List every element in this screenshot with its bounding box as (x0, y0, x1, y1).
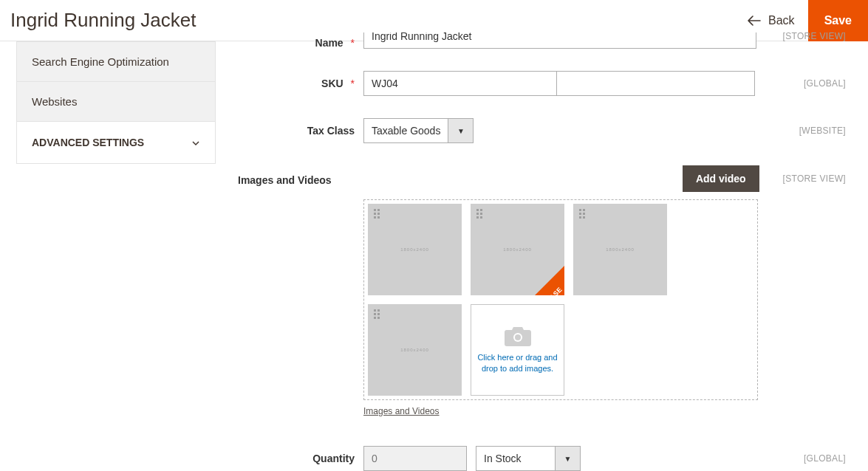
tax-class-scope: [WEBSITE] (799, 126, 846, 136)
placeholder-size: 1800x2400 (400, 348, 429, 352)
image-thumb[interactable]: 1800x2400 (573, 204, 667, 295)
svg-rect-2 (374, 213, 376, 215)
svg-rect-23 (377, 317, 380, 319)
tax-class-value: Taxable Goods (372, 125, 440, 137)
image-thumb[interactable]: 1800x2400 (368, 304, 462, 396)
back-button[interactable]: Back (748, 13, 795, 28)
drag-handle-icon (475, 208, 485, 219)
placeholder-size: 1800x2400 (606, 247, 635, 252)
svg-rect-1 (377, 209, 380, 211)
name-label: Name (315, 37, 344, 49)
svg-rect-21 (377, 313, 380, 315)
svg-rect-22 (374, 317, 376, 319)
quantity-input (363, 446, 467, 471)
camera-icon (505, 326, 531, 346)
placeholder-size: 1800x2400 (503, 247, 532, 252)
add-video-button[interactable]: Add video (683, 165, 759, 192)
svg-rect-4 (374, 216, 376, 219)
svg-rect-16 (579, 216, 581, 219)
svg-rect-20 (374, 313, 376, 315)
tax-class-select[interactable]: Taxable Goods ▼ (363, 118, 474, 143)
quantity-scope: [GLOBAL] (804, 453, 846, 464)
chevron-down-icon: ▼ (556, 446, 581, 471)
page-title: Ingrid Running Jacket (10, 9, 196, 32)
images-label: Images and Videos (238, 174, 332, 186)
sidebar-item-seo[interactable]: Search Engine Optimization (16, 41, 216, 82)
svg-rect-14 (579, 213, 581, 215)
svg-rect-7 (480, 209, 482, 211)
images-scope: [STORE VIEW] (783, 173, 846, 184)
svg-rect-3 (377, 213, 380, 215)
svg-rect-15 (583, 213, 585, 215)
sku-input[interactable] (363, 71, 557, 96)
name-scope: [STORE VIEW] (783, 32, 846, 41)
back-label: Back (768, 14, 795, 27)
chevron-down-icon: ▼ (448, 118, 474, 143)
placeholder-size: 1800x2400 (400, 247, 429, 252)
svg-rect-12 (579, 209, 581, 211)
sku-scope: [GLOBAL] (804, 78, 846, 89)
svg-rect-18 (374, 309, 376, 312)
sidebar: Search Engine Optimization Websites ADVA… (0, 41, 216, 471)
tax-class-label: Tax Class (307, 125, 355, 137)
svg-rect-0 (374, 209, 376, 211)
upload-hint: Click here or drag and drop to add image… (476, 352, 559, 375)
quantity-label: Quantity (312, 453, 355, 464)
image-thumb[interactable]: 1800x2400 BASE (471, 204, 564, 295)
drag-handle-icon (372, 208, 383, 219)
svg-rect-10 (476, 216, 479, 219)
advanced-settings-label: ADVANCED SETTINGS (32, 137, 144, 148)
svg-rect-17 (583, 216, 585, 219)
svg-rect-6 (476, 209, 479, 211)
required-asterisk: * (351, 37, 355, 49)
svg-rect-8 (476, 213, 479, 215)
arrow-left-icon (748, 13, 761, 28)
required-asterisk: * (351, 78, 355, 89)
sidebar-section-advanced[interactable]: ADVANCED SETTINGS (16, 122, 216, 164)
svg-rect-5 (377, 216, 380, 219)
svg-rect-19 (377, 309, 380, 312)
sku-label: SKU (321, 78, 344, 89)
svg-point-25 (515, 334, 521, 340)
image-gallery: 1800x2400 1800x2400 BASE 1800x2400 1800x… (363, 199, 758, 400)
stock-status-select[interactable]: In Stock ▼ (476, 446, 581, 471)
sidebar-item-websites[interactable]: Websites (16, 82, 216, 122)
name-input[interactable] (363, 32, 756, 49)
svg-rect-11 (480, 216, 482, 219)
main-form: Name * [STORE VIEW] SKU * [GLOBAL] Ta (216, 41, 868, 471)
drag-handle-icon (578, 208, 588, 219)
image-thumb[interactable]: 1800x2400 (368, 204, 462, 295)
chevron-down-icon (191, 137, 200, 148)
upload-dropzone[interactable]: Click here or drag and drop to add image… (471, 304, 564, 396)
svg-rect-13 (583, 209, 585, 211)
images-videos-link[interactable]: Images and Videos (363, 406, 440, 416)
svg-rect-9 (480, 213, 482, 215)
drag-handle-icon (372, 309, 383, 319)
stock-status-value: In Stock (484, 453, 522, 464)
